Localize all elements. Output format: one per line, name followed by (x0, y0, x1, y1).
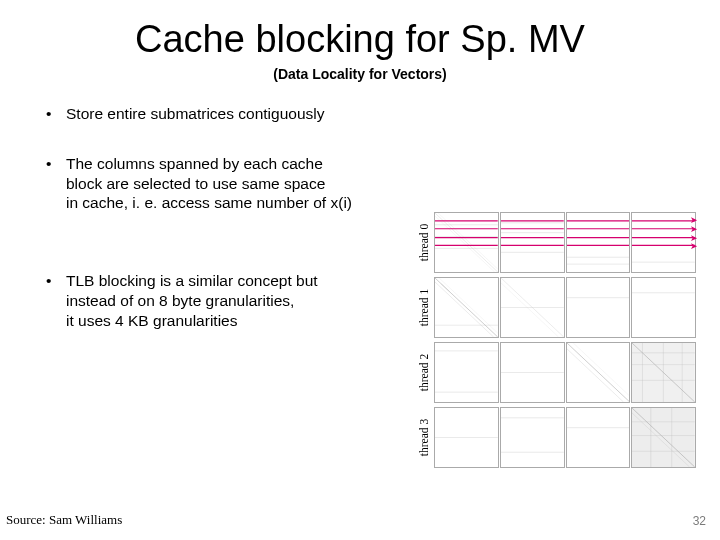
bullet-line: in cache, i. e. access same number of x(… (66, 193, 398, 213)
arrow-icon: ➤ (690, 241, 698, 251)
source-label: Source: Sam Williams (6, 512, 122, 528)
svg-line-41 (567, 343, 630, 402)
matrix-panel (566, 212, 631, 273)
thread-row: thread 2 (428, 342, 696, 403)
bullet-line: Store entire submatrices contiguously (66, 104, 398, 124)
thread-panels (434, 212, 696, 273)
thread-row: thread 3 (428, 407, 696, 468)
matrix-panel (631, 407, 696, 468)
page-number: 32 (693, 514, 706, 528)
bullet-item: Store entire submatrices contiguously (38, 104, 398, 124)
thread-figure: thread 0 (428, 212, 696, 472)
matrix-panel (566, 407, 631, 468)
matrix-panel (631, 277, 696, 338)
thread-panels (434, 277, 696, 338)
matrix-panel (434, 407, 499, 468)
matrix-panel (434, 342, 499, 403)
bullet-item: The columns spanned by each cache block … (38, 154, 398, 213)
bullet-line: TLB blocking is a similar concept but (66, 271, 398, 291)
thread-panels (434, 407, 696, 468)
thread-row: thread 0 (428, 212, 696, 273)
matrix-panel (631, 342, 696, 403)
matrix-panel (500, 277, 565, 338)
matrix-panel (434, 277, 499, 338)
thread-row: thread 1 (428, 277, 696, 338)
matrix-panel (500, 407, 565, 468)
bullet-line: The columns spanned by each cache (66, 154, 398, 174)
bullet-item: TLB blocking is a similar concept but in… (38, 271, 398, 330)
svg-line-31 (441, 284, 449, 292)
bullet-line: it uses 4 KB granularities (66, 311, 398, 331)
svg-line-30 (439, 278, 498, 333)
slide-title: Cache blocking for Sp. MV (0, 18, 720, 61)
bullet-line: instead of on 8 byte granularities, (66, 291, 398, 311)
svg-line-0 (435, 213, 498, 272)
matrix-panel (566, 342, 631, 403)
bullet-list: Store entire submatrices contiguously Th… (38, 104, 398, 361)
matrix-panel (500, 212, 565, 273)
slide-subtitle: (Data Locality for Vectors) (0, 66, 720, 82)
matrix-panel (500, 342, 565, 403)
svg-line-43 (573, 343, 629, 396)
bullet-line: block are selected to use same space (66, 174, 398, 194)
matrix-panel (631, 212, 696, 273)
svg-line-42 (567, 349, 623, 402)
svg-line-34 (501, 283, 559, 337)
matrix-panel (434, 212, 499, 273)
svg-line-1 (435, 216, 495, 272)
svg-line-29 (435, 282, 494, 337)
matrix-panel (566, 277, 631, 338)
thread-panels (434, 342, 696, 403)
